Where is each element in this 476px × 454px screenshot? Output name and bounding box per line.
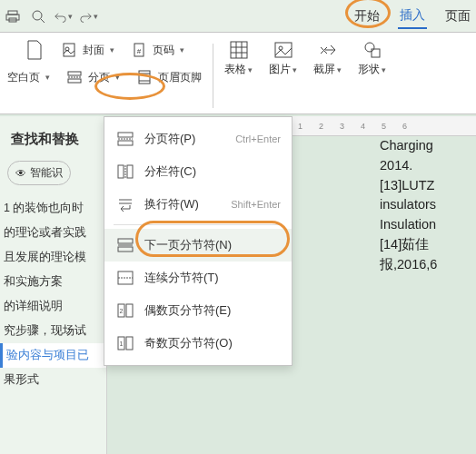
svg-point-22 — [365, 43, 374, 52]
menu-separator — [114, 224, 283, 225]
svg-rect-9 — [68, 72, 81, 75]
print-icon[interactable] — [4, 7, 22, 25]
panel-title: 查找和替换 — [0, 125, 106, 157]
menu-continuous-section[interactable]: 连续分节符(T) — [104, 262, 292, 294]
outline-item[interactable]: 的理论或者实践 — [0, 221, 106, 245]
undo-icon[interactable]: ▾ — [55, 7, 73, 25]
screenshot-label: 截屏 — [313, 63, 335, 75]
outline-item[interactable]: 究步骤，现场试 — [0, 319, 106, 343]
blank-page-label-button[interactable]: 空白页▾ — [4, 68, 54, 87]
header-footer-label: 页眉页脚 — [158, 70, 202, 85]
smart-label: 智能识 — [30, 165, 63, 181]
page-break-label: 分页 — [88, 70, 110, 85]
header-footer-button[interactable]: 页眉页脚 — [131, 65, 205, 89]
svg-rect-26 — [118, 141, 133, 145]
image-label: 图片 — [269, 63, 291, 75]
menu-shortcut: Ctrl+Enter — [235, 133, 281, 144]
svg-rect-32 — [118, 239, 133, 243]
title-bar: ▾ ▾ 开始 插入 页面 — [0, 0, 476, 33]
svg-rect-34 — [118, 247, 133, 252]
page-break-icon — [64, 67, 84, 87]
pagenum-button[interactable]: # 页码▾ — [125, 38, 188, 62]
nav-panel: 查找和替换 👁 智能识 1 的装饰也向时 的理论或者实践 且发展的理论模 和实施… — [0, 116, 107, 454]
odd-page-icon: 1 — [115, 333, 135, 353]
svg-text:#: # — [137, 47, 142, 55]
section-break-icon — [115, 235, 135, 255]
menu-shortcut: Shift+Enter — [231, 199, 281, 210]
outline-item[interactable]: 验内容与项目已 — [0, 343, 106, 368]
svg-rect-42 — [126, 337, 133, 350]
page-break-dropdown: 分页符(P) Ctrl+Enter 分栏符(C) 换行符(W) Shift+En… — [104, 116, 293, 366]
blank-page-button[interactable] — [21, 38, 48, 62]
table-label: 表格 — [224, 63, 246, 75]
pagenum-icon: # — [129, 40, 149, 60]
image-icon — [273, 40, 293, 60]
svg-rect-12 — [139, 71, 150, 84]
ribbon: 封面▾ # 页码▾ 空白页▾ 分页▾ 页眉页脚 表格▾ — [0, 33, 476, 114]
menu-even-page-section[interactable]: 2 偶数页分节符(E) — [104, 294, 292, 327]
menu-page-break[interactable]: 分页符(P) Ctrl+Enter — [104, 123, 292, 155]
outline-item[interactable]: 和实施方案 — [0, 270, 106, 294]
blank-page-label: 空白页 — [7, 70, 40, 85]
menu-label: 偶数页分节符(E) — [144, 302, 231, 319]
table-button[interactable]: 表格▾ — [221, 38, 256, 79]
preview-icon[interactable] — [29, 7, 47, 25]
menu-label: 连续分节符(T) — [144, 270, 219, 286]
pagenum-label: 页码 — [153, 43, 174, 58]
screenshot-icon — [318, 40, 338, 60]
menu-next-page-section[interactable]: 下一页分节符(N) — [104, 229, 292, 262]
redo-icon[interactable]: ▾ — [80, 7, 98, 25]
table-icon — [229, 40, 249, 60]
menu-line-break[interactable]: 换行符(W) Shift+Enter — [104, 188, 292, 221]
blank-page-icon — [25, 40, 45, 60]
continuous-section-icon — [115, 268, 135, 288]
menu-column-break[interactable]: 分栏符(C) — [104, 155, 292, 188]
menu-label: 奇数页分节符(O) — [144, 335, 233, 351]
svg-rect-0 — [8, 11, 17, 15]
svg-point-3 — [33, 11, 42, 20]
menu-label: 换行符(W) — [144, 196, 199, 212]
menu-label: 下一页分节符(N) — [144, 237, 232, 253]
svg-text:2: 2 — [120, 308, 124, 314]
svg-rect-15 — [231, 42, 247, 58]
ruler: 1 2 3 4 5 6 — [293, 116, 476, 136]
menu-label: 分栏符(C) — [144, 163, 196, 180]
menu-odd-page-section[interactable]: 1 奇数页分节符(O) — [104, 327, 292, 360]
outline-item[interactable]: 的详细说明 — [0, 294, 106, 319]
menu-label: 分页符(P) — [144, 131, 195, 147]
header-footer-icon — [134, 67, 154, 87]
tab-start[interactable]: 开始 — [352, 5, 382, 28]
cover-label: 封面 — [83, 43, 104, 58]
shape-label: 形状 — [358, 63, 380, 75]
svg-rect-1 — [6, 15, 19, 20]
image-button[interactable]: 图片▾ — [265, 38, 301, 79]
svg-text:1: 1 — [120, 340, 124, 347]
svg-rect-39 — [126, 304, 133, 317]
outline-item[interactable]: 且发展的理论模 — [0, 245, 106, 270]
screenshot-button[interactable]: 截屏▾ — [310, 38, 345, 79]
svg-rect-28 — [127, 165, 133, 178]
column-break-icon — [115, 162, 135, 182]
smart-detect-button[interactable]: 👁 智能识 — [7, 161, 71, 185]
ribbon-separator — [213, 44, 213, 108]
svg-rect-24 — [118, 133, 133, 137]
tab-page[interactable]: 页面 — [443, 5, 472, 28]
svg-line-4 — [41, 19, 45, 23]
even-page-icon: 2 — [115, 301, 135, 321]
svg-rect-27 — [118, 165, 124, 178]
svg-rect-11 — [68, 79, 81, 83]
document-text: Charging 2014. [13]LUTZ insulators Insul… — [380, 136, 476, 274]
shape-button[interactable]: 形状▾ — [354, 38, 390, 79]
eye-icon: 👁 — [15, 167, 26, 180]
shape-icon — [362, 40, 382, 60]
tab-insert[interactable]: 插入 — [398, 4, 427, 29]
outline-item[interactable]: 果形式 — [0, 368, 106, 392]
cover-button[interactable]: 封面▾ — [55, 38, 118, 62]
outline-item[interactable]: 1 的装饰也向时 — [0, 196, 106, 221]
line-break-icon — [115, 194, 135, 214]
page-break-icon — [115, 129, 135, 149]
page-break-button[interactable]: 分页▾ — [61, 65, 124, 89]
cover-icon — [59, 40, 79, 60]
